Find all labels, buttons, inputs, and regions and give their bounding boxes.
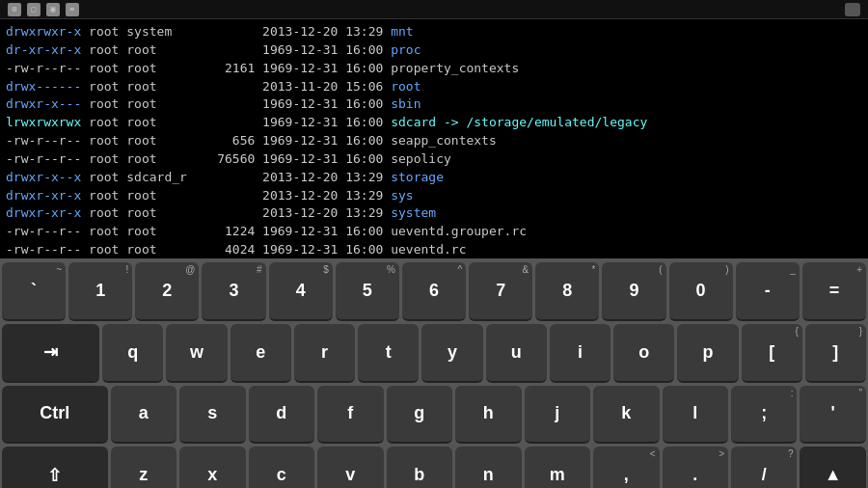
key-2[interactable]: @2 [135,262,199,321]
keyboard-row-zxcv-row: ⇧zxcvbnm<,>.?/▲ [2,447,866,488]
key-k[interactable]: k [593,386,659,445]
key-minus[interactable]: _- [736,262,800,321]
key-4[interactable]: $4 [269,262,333,321]
key-backtick[interactable]: ~` [2,262,66,321]
key-a[interactable]: a [111,386,176,445]
key-z[interactable]: z [111,447,176,488]
square-icon: □ [27,3,41,16]
status-bar: ⊞ □ ▣ ≡ [0,0,868,19]
key-l[interactable]: l [663,386,728,445]
key-rbracket[interactable]: }] [805,324,866,383]
key-ctrl[interactable]: Ctrl [2,386,108,445]
key-u[interactable]: u [486,324,547,383]
key-7[interactable]: &7 [469,262,532,321]
key-s[interactable]: s [179,386,245,445]
key-8[interactable]: *8 [535,262,599,321]
key-6[interactable]: ^6 [402,262,466,321]
key-tab[interactable]: ⇥ [2,324,99,383]
key-e[interactable]: e [231,324,291,383]
key-c[interactable]: c [249,447,314,488]
bars-icon: ≡ [66,3,79,16]
box-icon: ▣ [46,3,60,16]
key-p[interactable]: p [677,324,738,383]
key-d[interactable]: d [249,386,314,445]
key-x[interactable]: x [179,447,245,488]
key-q[interactable]: q [102,324,163,383]
key-0[interactable]: )0 [669,262,733,321]
keyboard-row-num-row: ~`!1@2#3$4%5^6&7*8(9)0_-+= [2,262,866,321]
key-arrow-up[interactable]: ▲ [800,447,865,488]
key-quote[interactable]: "' [800,386,865,445]
key-1[interactable]: !1 [68,262,132,321]
key-5[interactable]: %5 [336,262,399,321]
key-slash[interactable]: ?/ [731,447,797,488]
key-semicolon[interactable]: :; [731,386,797,445]
key-w[interactable]: w [166,324,227,383]
terminal-output: drwxrwxr-x root system 2013-12-20 13:29 … [0,19,868,258]
status-icons: ⊞ □ ▣ ≡ [8,3,79,16]
key-y[interactable]: y [421,324,482,383]
key-i[interactable]: i [550,324,610,383]
key-r[interactable]: r [294,324,355,383]
key-o[interactable]: o [613,324,674,383]
key-t[interactable]: t [358,324,419,383]
key-shift[interactable]: ⇧ [2,447,108,488]
key-lbracket[interactable]: {[ [742,324,802,383]
key-equals[interactable]: += [802,262,866,321]
key-3[interactable]: #3 [202,262,265,321]
key-9[interactable]: (9 [602,262,665,321]
key-comma[interactable]: <, [593,447,659,488]
grid-icon: ⊞ [8,3,21,16]
key-n[interactable]: n [455,447,521,488]
key-h[interactable]: h [455,386,521,445]
key-b[interactable]: b [387,447,452,488]
top-right-icon [845,3,860,16]
key-f[interactable]: f [317,386,383,445]
key-g[interactable]: g [387,386,452,445]
keyboard: ~`!1@2#3$4%5^6&7*8(9)0_-+=⇥qwertyuiop{[}… [0,258,868,488]
keyboard-row-asdf-row: Ctrlasdfghjkl:;"' [2,386,866,445]
key-m[interactable]: m [525,447,590,488]
key-period[interactable]: >. [663,447,728,488]
key-v[interactable]: v [317,447,383,488]
key-j[interactable]: j [525,386,590,445]
keyboard-row-qwerty-row: ⇥qwertyuiop{[}] [2,324,866,383]
